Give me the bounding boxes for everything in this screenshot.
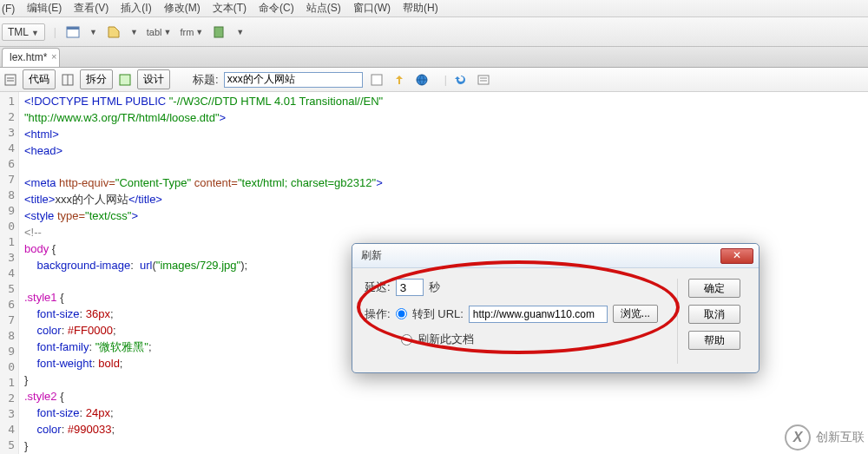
chevron-down-icon[interactable]: ▼ — [89, 28, 97, 36]
refresh-doc-radio[interactable] — [401, 334, 412, 345]
calendar-icon[interactable] — [65, 24, 81, 40]
options-icon[interactable] — [475, 71, 492, 89]
close-icon[interactable]: × — [51, 51, 56, 62]
menu-insert[interactable]: 插入(I) — [121, 1, 151, 16]
menu-view[interactable]: 查看(V) — [74, 1, 108, 16]
title-label: 标题: — [193, 72, 219, 88]
menu-window[interactable]: 窗口(W) — [353, 1, 391, 16]
svg-rect-8 — [120, 75, 130, 85]
menu-file[interactable]: (F) — [2, 3, 15, 15]
design-icon[interactable] — [118, 73, 132, 87]
svg-rect-2 — [214, 27, 223, 37]
watermark-text: 创新互联 — [816, 430, 865, 445]
svg-rect-9 — [372, 75, 382, 85]
menu-text[interactable]: 文本(T) — [213, 1, 247, 16]
frm-combo[interactable]: frm ▼ — [180, 27, 203, 37]
browse-button[interactable]: 浏览... — [613, 305, 658, 323]
format-category[interactable]: TML ▼ — [2, 23, 45, 41]
insert-toolbar: TML ▼ | ▼ ▼ tabl ▼ frm ▼ ▼ — [0, 17, 868, 47]
code-collapse-icon[interactable] — [3, 73, 17, 87]
svg-rect-3 — [5, 75, 16, 85]
globe-icon[interactable] — [413, 71, 431, 89]
action-label: 操作: — [365, 306, 391, 322]
goto-url-label: 转到 URL: — [412, 306, 464, 322]
menu-site[interactable]: 站点(S) — [306, 1, 341, 16]
svg-rect-11 — [478, 76, 489, 84]
chevron-down-icon[interactable]: ▼ — [236, 28, 244, 36]
tabl-combo[interactable]: tabl ▼ — [147, 27, 172, 37]
tag-icon[interactable] — [106, 24, 122, 40]
split-icon[interactable] — [61, 73, 75, 87]
properties-icon[interactable] — [368, 71, 385, 89]
svg-rect-1 — [67, 27, 79, 30]
dialog-title-text: 刷新 — [361, 248, 720, 263]
seconds-label: 秒 — [429, 280, 440, 295]
page-title-input[interactable] — [224, 72, 363, 88]
book-icon[interactable] — [212, 24, 227, 40]
watermark: X 创新互联 — [785, 424, 865, 451]
upload-icon[interactable] — [391, 71, 408, 89]
delay-input[interactable] — [396, 279, 424, 296]
menu-help[interactable]: 帮助(H) — [403, 1, 438, 16]
delay-label: 延迟: — [365, 280, 391, 295]
refresh-dialog: 刷新 ✕ 延迟: 秒 操作: 转到 URL: 浏览... 刷新此文档 确定 — [352, 243, 760, 373]
menu-bar: (F) 编辑(E) 查看(V) 插入(I) 修改(M) 文本(T) 命令(C) … — [0, 0, 868, 17]
code-view-button[interactable]: 代码 — [23, 69, 56, 89]
dialog-titlebar[interactable]: 刷新 ✕ — [352, 244, 759, 268]
file-tab[interactable]: lex.htm* × — [2, 48, 60, 67]
url-input[interactable] — [469, 306, 608, 323]
split-view-button[interactable]: 拆分 — [80, 69, 113, 89]
line-number-gutter: 1 2 3 4 6 7 8 9 0 1 3 4 5 6 7 8 9 0 1 2 … — [0, 92, 19, 454]
refresh-doc-label: 刷新此文档 — [418, 332, 474, 347]
help-button[interactable]: 帮助 — [688, 331, 740, 350]
chevron-down-icon[interactable]: ▼ — [130, 28, 138, 36]
goto-url-radio[interactable] — [396, 308, 407, 319]
design-view-button[interactable]: 设计 — [137, 69, 170, 89]
file-tab-label: lex.htm* — [10, 51, 47, 63]
cancel-button[interactable]: 取消 — [688, 305, 740, 324]
refresh-icon[interactable] — [452, 71, 470, 89]
document-sub-toolbar: 代码 拆分 设计 标题: | — [0, 68, 868, 92]
document-tab-strip: lex.htm* × — [0, 47, 868, 68]
ok-button[interactable]: 确定 — [688, 279, 740, 298]
menu-modify[interactable]: 修改(M) — [164, 1, 201, 16]
menu-command[interactable]: 命令(C) — [259, 1, 294, 16]
menu-edit[interactable]: 编辑(E) — [27, 1, 62, 16]
close-button[interactable]: ✕ — [720, 248, 753, 264]
watermark-logo: X — [785, 424, 811, 451]
